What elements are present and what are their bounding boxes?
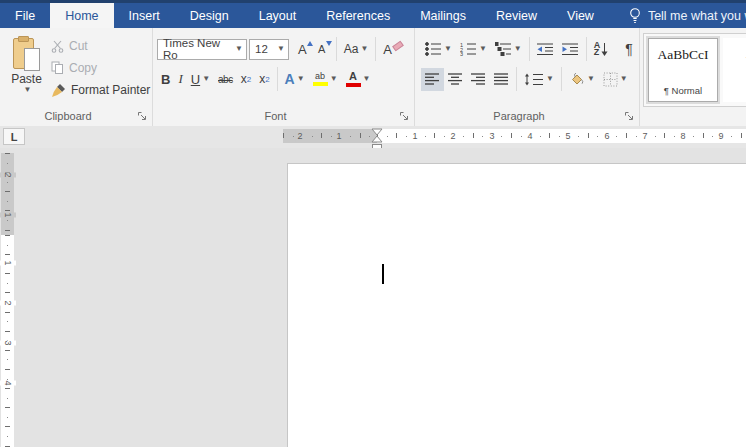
copy-button[interactable]: Copy — [48, 57, 153, 79]
ruler-number: 1 — [0, 212, 16, 217]
document-page[interactable] — [287, 163, 746, 447]
ruler-number: 6 — [602, 130, 611, 142]
eraser-icon — [392, 41, 404, 52]
font-color-bar — [346, 83, 361, 87]
paragraph-group: ▼ 1 2 3 ▼ ▼ — [415, 28, 640, 126]
multilevel-list-button[interactable]: ▼ — [491, 38, 526, 61]
horizontal-ruler[interactable]: 21 123456789 — [283, 129, 746, 143]
copy-label: Copy — [69, 61, 97, 75]
font-size-value: 12 — [255, 43, 268, 55]
cut-button[interactable]: Cut — [48, 35, 153, 57]
ribbon-tab-bar: File Home Insert Design Layout Reference… — [0, 3, 746, 28]
paste-dropdown-arrow[interactable]: ▼ — [24, 86, 32, 94]
word-window: { "tabs": { "items": [ {"label": "File"}… — [0, 0, 746, 447]
ruler-number: 9 — [716, 130, 725, 142]
grow-font-button[interactable]: A — [294, 38, 314, 61]
ruler-number: 8 — [678, 130, 687, 142]
style-card-normal[interactable]: AaBbCcI ¶ Normal — [648, 38, 718, 102]
sort-button[interactable]: A Z — [590, 38, 614, 61]
paste-button[interactable]: Paste ▼ — [4, 34, 49, 108]
tab-insert[interactable]: Insert — [114, 3, 175, 28]
align-left-button[interactable] — [421, 68, 444, 91]
ruler-number: 4 — [525, 130, 534, 142]
bullets-button[interactable]: ▼ — [421, 38, 456, 61]
bold-button[interactable]: B — [157, 68, 174, 91]
clipboard-dialog-launcher[interactable] — [137, 111, 148, 122]
font-group-label: Font — [153, 110, 398, 122]
ruler-left-margin: 21 — [283, 129, 377, 143]
tab-file[interactable]: File — [0, 3, 50, 28]
tab-design[interactable]: Design — [175, 3, 244, 28]
highlight-icon: ab — [313, 72, 328, 86]
font-size-combobox[interactable]: 12 ▼ — [249, 39, 289, 60]
paragraph-group-label: Paragraph — [415, 110, 623, 122]
vertical-ruler[interactable]: 21 1234 — [1, 153, 14, 447]
vruler-page-area: 1234 — [1, 235, 14, 447]
style-card-no-spacing[interactable]: AaB ¶ No — [723, 38, 746, 102]
ruler-number: 2 — [0, 172, 16, 177]
font-size-dropdown-arrow[interactable]: ▼ — [277, 45, 285, 53]
clipboard-group: Paste ▼ Cut Cop — [0, 28, 153, 126]
align-center-button[interactable] — [444, 68, 467, 91]
ruler-number: 3 — [487, 130, 496, 142]
tab-view[interactable]: View — [552, 3, 609, 28]
font-color-button[interactable]: A ▼ — [342, 68, 375, 91]
grow-font-arrow-icon — [307, 41, 313, 46]
vruler-top-margin: 21 — [1, 153, 14, 235]
shrink-font-button[interactable]: A — [314, 38, 333, 61]
shading-button[interactable]: ▼ — [565, 68, 599, 91]
tab-layout[interactable]: Layout — [244, 3, 312, 28]
indent-markers[interactable] — [371, 128, 383, 143]
font-dialog-launcher[interactable] — [399, 111, 410, 122]
justify-button[interactable] — [490, 68, 513, 91]
text-effects-button[interactable]: A ▼ — [281, 68, 309, 91]
clear-formatting-button[interactable]: A — [379, 38, 407, 61]
multilevel-list-icon — [495, 42, 512, 56]
paste-icon — [13, 36, 40, 72]
superscript-button[interactable]: x2 — [255, 68, 273, 91]
italic-button[interactable]: I — [174, 68, 186, 91]
underline-button[interactable]: U ▼ — [187, 68, 214, 91]
format-painter-label: Format Painter — [71, 83, 150, 97]
borders-icon — [603, 72, 618, 87]
text-effects-icon: A — [285, 71, 295, 87]
ruler-number: 7 — [640, 130, 649, 142]
clipboard-group-label: Clipboard — [0, 110, 136, 122]
cut-label: Cut — [69, 39, 88, 53]
lightbulb-icon — [629, 7, 641, 24]
increase-indent-button[interactable] — [558, 38, 583, 61]
strikethrough-button[interactable]: abc — [214, 68, 237, 91]
borders-button[interactable]: ▼ — [599, 68, 632, 91]
format-painter-icon — [51, 83, 66, 98]
line-spacing-button[interactable]: ▼ — [520, 68, 558, 91]
ruler-number: 5 — [563, 130, 572, 142]
ruler-number: 2 — [448, 130, 457, 142]
change-case-button[interactable]: Aa ▼ — [340, 38, 373, 61]
tab-home[interactable]: Home — [50, 3, 113, 28]
tab-mailings[interactable]: Mailings — [405, 3, 481, 28]
numbering-button[interactable]: 1 2 3 ▼ — [456, 38, 491, 61]
tab-review[interactable]: Review — [481, 3, 552, 28]
paste-label: Paste — [11, 72, 42, 86]
ruler-number: 1 — [334, 130, 343, 142]
tell-me-box[interactable]: Tell me what you want to — [629, 3, 746, 28]
font-name-combobox[interactable]: Times New Ro ▼ — [157, 39, 247, 60]
align-right-button[interactable] — [467, 68, 490, 91]
show-hide-pilcrow-button[interactable]: ¶ — [621, 38, 637, 61]
ruler-number: 1 — [0, 260, 16, 265]
tab-selector[interactable]: L — [3, 128, 25, 145]
underline-dropdown-arrow[interactable]: ▼ — [202, 75, 210, 83]
highlight-color-bar — [313, 82, 328, 86]
tab-references[interactable]: References — [311, 3, 405, 28]
paragraph-dialog-launcher[interactable] — [624, 111, 635, 122]
subscript-button[interactable]: x2 — [237, 68, 255, 91]
format-painter-button[interactable]: Format Painter — [48, 79, 153, 101]
font-name-dropdown-arrow[interactable]: ▼ — [235, 45, 243, 53]
ruler-page-area: 123456789 — [377, 129, 746, 143]
styles-group: AaBbCcI ¶ Normal AaB ¶ No — [640, 28, 746, 126]
numbering-icon: 1 2 3 — [460, 42, 477, 56]
scissors-icon — [51, 40, 64, 53]
ruler-number: 4 — [0, 380, 16, 385]
decrease-indent-button[interactable] — [533, 38, 558, 61]
text-highlight-button[interactable]: ab ▼ — [309, 68, 342, 91]
